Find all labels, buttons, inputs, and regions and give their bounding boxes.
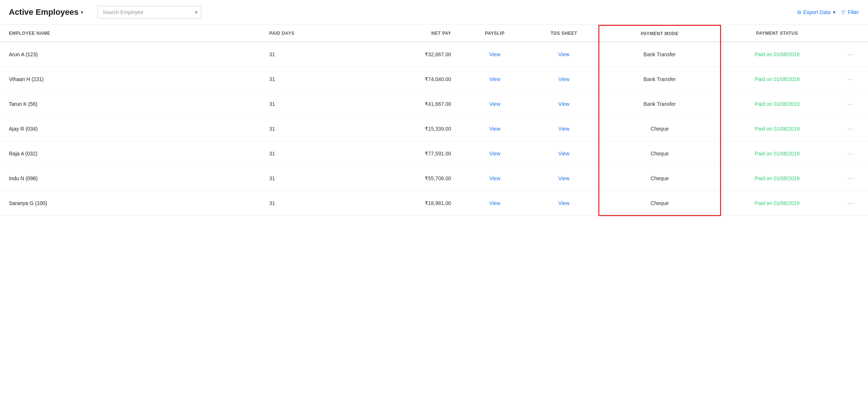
- payment-mode-cell: Bank Transfer: [599, 67, 720, 92]
- paid-days-value: 31: [269, 126, 275, 132]
- payment-status-cell: Paid on 01/08/2019: [720, 92, 833, 117]
- paid-days-cell: 31: [260, 117, 347, 141]
- net-pay-cell: ₹18,981.00: [347, 191, 460, 216]
- actions-cell: ⋯: [833, 92, 868, 117]
- paid-days-value: 31: [269, 151, 275, 157]
- filter-button[interactable]: ▽ Filter: [841, 9, 859, 15]
- net-pay-cell: ₹55,706.00: [347, 166, 460, 191]
- col-header-net-pay: NET PAY: [347, 26, 460, 42]
- employee-name-cell: Vihaan H (231): [0, 67, 260, 92]
- payslip-view-link[interactable]: View: [489, 101, 500, 107]
- tds-sheet-view-link[interactable]: View: [558, 101, 569, 107]
- payment-status-value: Paid on 01/08/2019: [755, 126, 800, 132]
- payment-status-cell: Paid on 01/08/2019: [720, 67, 833, 92]
- payslip-cell: View: [460, 166, 529, 191]
- payment-mode-value: Bank Transfer: [643, 51, 676, 57]
- actions-cell: ⋯: [833, 141, 868, 166]
- employee-table: EMPLOYEE NAME PAID DAYS NET PAY PAYSLIP …: [0, 25, 868, 216]
- payment-status-cell: Paid on 01/08/2019: [720, 166, 833, 191]
- export-dropdown-arrow: ▾: [833, 9, 835, 15]
- payment-status-value: Paid on 01/08/2019: [755, 151, 800, 157]
- payment-mode-value: Cheque: [650, 126, 669, 132]
- col-header-actions: [833, 26, 868, 42]
- tds-sheet-cell: View: [529, 92, 599, 117]
- tds-sheet-view-link[interactable]: View: [558, 200, 569, 206]
- more-options-button[interactable]: ⋯: [844, 149, 857, 158]
- payslip-view-link[interactable]: View: [489, 126, 500, 132]
- payslip-cell: View: [460, 141, 529, 166]
- paid-days-value: 31: [269, 200, 275, 206]
- payment-mode-cell: Cheque: [599, 141, 720, 166]
- page-header: Active Employees ▾ Search Employee ⧉ Exp…: [0, 0, 868, 25]
- search-employee-input[interactable]: Search Employee: [98, 6, 201, 19]
- employee-name: Tarun K (56): [9, 101, 37, 107]
- paid-days-value: 31: [269, 101, 275, 107]
- payslip-view-link[interactable]: View: [489, 175, 500, 181]
- net-pay-cell: ₹41,667.00: [347, 92, 460, 117]
- payment-status-value: Paid on 01/08/2019: [755, 101, 800, 107]
- col-header-paid-days: PAID DAYS: [260, 26, 347, 42]
- more-options-button[interactable]: ⋯: [844, 74, 857, 84]
- col-header-payment-mode: PAYMENT MODE: [599, 26, 720, 42]
- net-pay-cell: ₹74,040.00: [347, 67, 460, 92]
- more-options-button[interactable]: ⋯: [844, 50, 857, 59]
- net-pay-value: ₹41,667.00: [425, 101, 451, 107]
- payment-mode-cell: Bank Transfer: [599, 42, 720, 67]
- table-row: Vihaan H (231) 31 ₹74,040.00 View View B…: [0, 67, 868, 92]
- tds-sheet-cell: View: [529, 141, 599, 166]
- payslip-cell: View: [460, 92, 529, 117]
- more-options-button[interactable]: ⋯: [844, 99, 857, 109]
- net-pay-value: ₹32,667.00: [425, 51, 451, 57]
- payment-mode-cell: Cheque: [599, 166, 720, 191]
- col-header-tds-sheet: TDS SHEET: [529, 26, 599, 42]
- actions-cell: ⋯: [833, 191, 868, 216]
- paid-days-value: 31: [269, 51, 275, 57]
- more-options-button[interactable]: ⋯: [844, 174, 857, 183]
- payment-status-value: Paid on 01/08/2019: [755, 76, 800, 82]
- table-row: Indu N (098) 31 ₹55,706.00 View View Che…: [0, 166, 868, 191]
- paid-days-cell: 31: [260, 141, 347, 166]
- tds-sheet-view-link[interactable]: View: [558, 126, 569, 132]
- employee-name: Saranya G (100): [9, 200, 47, 206]
- tds-sheet-cell: View: [529, 67, 599, 92]
- payslip-view-link[interactable]: View: [489, 151, 500, 157]
- actions-cell: ⋯: [833, 67, 868, 92]
- employee-name-cell: Indu N (098): [0, 166, 260, 191]
- title-section: Active Employees ▾: [9, 7, 90, 17]
- actions-cell: ⋯: [833, 117, 868, 141]
- col-header-payment-status: PAYMENT STATUS: [720, 26, 833, 42]
- employee-name-cell: Raja A (032): [0, 141, 260, 166]
- tds-sheet-view-link[interactable]: View: [558, 175, 569, 181]
- employee-name: Arun A (123): [9, 51, 38, 57]
- table-row: Tarun K (56) 31 ₹41,667.00 View View Ban…: [0, 92, 868, 117]
- employee-name: Vihaan H (231): [9, 76, 44, 82]
- table-row: Saranya G (100) 31 ₹18,981.00 View View …: [0, 191, 868, 216]
- payslip-view-link[interactable]: View: [489, 51, 500, 57]
- more-options-button[interactable]: ⋯: [844, 198, 857, 208]
- tds-sheet-view-link[interactable]: View: [558, 51, 569, 57]
- payslip-view-link[interactable]: View: [489, 200, 500, 206]
- table-row: Arun A (123) 31 ₹32,667.00 View View Ban…: [0, 42, 868, 67]
- net-pay-cell: ₹15,339.00: [347, 117, 460, 141]
- actions-cell: ⋯: [833, 42, 868, 67]
- payslip-cell: View: [460, 67, 529, 92]
- tds-sheet-view-link[interactable]: View: [558, 76, 569, 82]
- filter-icon: ▽: [841, 9, 845, 15]
- payslip-view-link[interactable]: View: [489, 76, 500, 82]
- table-row: Raja A (032) 31 ₹77,591.00 View View Che…: [0, 141, 868, 166]
- employee-table-container: EMPLOYEE NAME PAID DAYS NET PAY PAYSLIP …: [0, 25, 868, 216]
- payment-status-value: Paid on 01/08/2019: [755, 51, 800, 57]
- employee-name-cell: Tarun K (56): [0, 92, 260, 117]
- export-data-button[interactable]: ⧉ Export Data ▾: [797, 9, 835, 16]
- net-pay-value: ₹15,339.00: [425, 126, 451, 132]
- title-dropdown-arrow[interactable]: ▾: [81, 9, 83, 15]
- export-icon: ⧉: [797, 9, 801, 16]
- employee-name: Raja A (032): [9, 151, 37, 157]
- col-header-payslip: PAYSLIP: [460, 26, 529, 42]
- more-options-button[interactable]: ⋯: [844, 124, 857, 134]
- net-pay-value: ₹77,591.00: [425, 151, 451, 157]
- payment-status-value: Paid on 01/08/2019: [755, 175, 800, 181]
- tds-sheet-view-link[interactable]: View: [558, 151, 569, 157]
- net-pay-value: ₹18,981.00: [425, 200, 451, 206]
- payment-status-cell: Paid on 01/08/2019: [720, 42, 833, 67]
